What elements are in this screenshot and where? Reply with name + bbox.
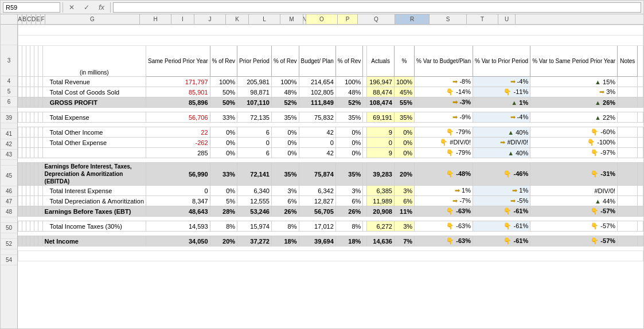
val-s4: ▲ 15%: [530, 77, 618, 87]
val-t39: [618, 112, 638, 123]
formula-input[interactable]: [113, 2, 641, 13]
val-h45: 56,990: [146, 163, 210, 186]
col-F[interactable]: F: [41, 14, 45, 24]
col-T[interactable]: T: [467, 14, 498, 24]
val-p52: 7%: [394, 236, 414, 246]
val-m48: 26%: [335, 206, 363, 217]
spacer-row: [18, 232, 643, 236]
val-r4: ➡ -4%: [473, 77, 530, 87]
col-notes: Notes: [618, 46, 638, 77]
val-o45: 39,283: [367, 163, 395, 186]
val-t46: [618, 186, 638, 196]
val-l50: 17,012: [299, 221, 335, 232]
val-k50: 8%: [271, 221, 299, 232]
val-q46: ➡ 1%: [415, 186, 473, 196]
name-box[interactable]: R59: [3, 2, 60, 13]
formula-bar: R59 ✕ ✓ fx: [1, 1, 643, 14]
col-D[interactable]: D: [32, 14, 36, 24]
val-q39: ➡ -9%: [415, 112, 473, 123]
val-o42: 0: [367, 138, 395, 148]
val-j45: 72,141: [237, 163, 272, 186]
val-t47: [618, 196, 638, 206]
val-s46: #DIV/0!: [530, 186, 618, 196]
val-o47: 11,989: [367, 196, 395, 206]
col-P[interactable]: P: [338, 14, 358, 24]
col-S[interactable]: S: [430, 14, 467, 24]
val-i47: 5%: [210, 196, 237, 206]
col-var-period: % Var to Prior Period: [473, 46, 530, 77]
col-actuals: Actuals: [367, 46, 395, 77]
val-i42: 0%: [210, 138, 237, 148]
row-2: [18, 36, 643, 46]
col-G[interactable]: G: [45, 14, 140, 24]
val-m50: 8%: [335, 221, 363, 232]
val-h46: 0: [146, 186, 210, 196]
col-E[interactable]: E: [36, 14, 41, 24]
val-r46: ➡ 1%: [473, 186, 530, 196]
fx-btn[interactable]: fx: [95, 2, 108, 13]
label-total-revenue: Total Revenue: [42, 77, 146, 87]
cancel-btn[interactable]: ✕: [65, 2, 78, 13]
col-R[interactable]: R: [395, 14, 430, 24]
val-j52: 37,272: [237, 236, 272, 246]
val-p39: 35%: [394, 112, 414, 123]
val-s50: 👇 -57%: [530, 221, 618, 232]
val-l5: 102,805: [299, 87, 335, 97]
val-k39: 35%: [271, 112, 299, 123]
col-O[interactable]: O: [306, 14, 338, 24]
label-income-taxes: Total Income Taxes (30%): [42, 221, 146, 232]
val-j50: 15,974: [237, 221, 272, 232]
val-s48: 👇 -57%: [530, 206, 618, 217]
val-t43: [618, 148, 638, 158]
label-depreciation: Total Depreciation & Amoritization: [42, 196, 146, 206]
val-i48: 28%: [210, 206, 237, 217]
val-h5: 85,901: [146, 87, 210, 97]
val-j5: 98,871: [237, 87, 272, 97]
col-A[interactable]: A: [18, 14, 22, 24]
val-l6: 111,849: [299, 97, 335, 108]
col-U[interactable]: U: [498, 14, 516, 24]
val-t5: [618, 87, 638, 97]
col-H[interactable]: H: [140, 14, 171, 24]
table-row: Total Other Income 22 0% 6 0% 42 0% 9 0%…: [18, 127, 643, 138]
col-M[interactable]: M: [280, 14, 303, 24]
label-cogs: Total Cost of Goods Sold: [42, 87, 146, 97]
label-ebt: Earnings Before Taxes (EBT): [42, 206, 146, 217]
col-L[interactable]: L: [249, 14, 280, 24]
label-total-expense: Total Expense: [42, 112, 146, 123]
val-o6: 108,474: [367, 97, 395, 108]
val-t4: [618, 77, 638, 87]
val-h42: -262: [146, 138, 210, 148]
label-other-income: Total Other Income: [42, 127, 146, 138]
row-header: (in millions) Same Period Prior Year % o…: [18, 46, 643, 77]
val-j41: 6: [237, 127, 272, 138]
col-J[interactable]: J: [194, 14, 226, 24]
col-B[interactable]: B: [22, 14, 27, 24]
val-s39: ▲ 22%: [530, 112, 618, 123]
spreadsheet-grid[interactable]: (in millions) Same Period Prior Year % o…: [18, 25, 643, 328]
label-gross-profit: GROSS PROFIT: [42, 97, 146, 108]
confirm-btn[interactable]: ✓: [80, 2, 93, 13]
table-row: Total Other Expense -262 0% 0 0% 0 0% 0 …: [18, 138, 643, 148]
spacer-row: [18, 123, 643, 127]
col-C[interactable]: C: [27, 14, 32, 24]
col-I[interactable]: I: [171, 14, 194, 24]
label-net-income: Net Income: [42, 236, 146, 246]
val-h4: 171,797: [146, 77, 210, 87]
val-h50: 14,593: [146, 221, 210, 232]
val-h39: 56,706: [146, 112, 210, 123]
val-p50: 3%: [394, 221, 414, 232]
val-s42: 👇 -100%: [530, 138, 618, 148]
val-p41: 0%: [394, 127, 414, 138]
col-K[interactable]: K: [226, 14, 249, 24]
spacer-row: [18, 217, 643, 221]
row-numbers: 3 4 5 6 39 41 42 43 45 46 47 48 50 52 54: [1, 25, 18, 328]
val-m41: 0%: [335, 127, 363, 138]
val-l46: 6,342: [299, 186, 335, 196]
val-t42: [618, 138, 638, 148]
val-m47: 6%: [335, 196, 363, 206]
val-j4: 205,981: [237, 77, 272, 87]
col-Q[interactable]: Q: [358, 14, 395, 24]
val-k41: 0%: [271, 127, 299, 138]
val-p48: 11%: [394, 206, 414, 217]
